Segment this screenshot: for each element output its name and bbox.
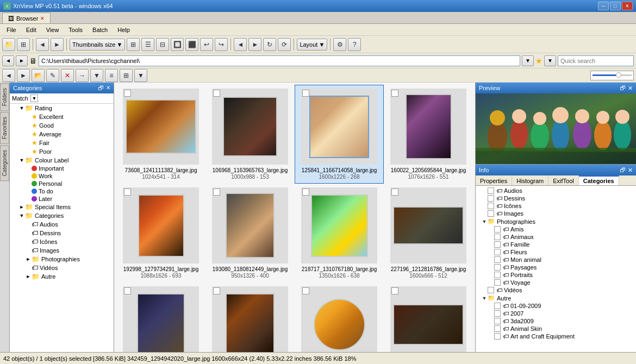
minimize-button[interactable]: ─	[598, 2, 609, 10]
cat-01-09-2009-checkbox[interactable]	[494, 303, 501, 309]
panel-close-button[interactable]: ✕	[106, 85, 110, 91]
thumb-checkbox-10[interactable]	[213, 287, 220, 294]
cat-photographies-toggle[interactable]: ▼	[481, 219, 488, 224]
cat-photographies[interactable]: ▼ 📁 Photographies	[477, 217, 635, 225]
colour-toggle[interactable]: ▼	[18, 158, 25, 163]
cat-voyage-checkbox[interactable]	[494, 279, 501, 286]
thumb-checkbox-11[interactable]	[302, 287, 309, 294]
tb2-sort[interactable]: ≡	[105, 69, 118, 82]
menu-batch[interactable]: Batch	[88, 26, 112, 34]
layout-dropdown[interactable]: Layout ▼	[297, 39, 327, 51]
folder-button[interactable]: 📁	[2, 38, 15, 51]
tree-icones[interactable]: 🏷 Icônes	[10, 237, 114, 246]
thumb-cell-12[interactable]	[384, 283, 473, 352]
tree-good[interactable]: ★ Good	[10, 121, 114, 130]
thumb-checkbox-8[interactable]	[391, 189, 398, 196]
thumb-checkbox-3[interactable]	[302, 90, 309, 97]
zoom-slider-area[interactable]	[590, 71, 634, 80]
tab-properties[interactable]: Properties	[476, 175, 512, 185]
tree-important[interactable]: Important	[10, 165, 114, 172]
tree-poor[interactable]: ★ Poor	[10, 147, 114, 156]
search-input[interactable]	[558, 55, 634, 66]
thumb-cell-8[interactable]: 227196_1212816786_large.jpg 1600x666 - 5…	[384, 184, 473, 283]
addr-nav-button[interactable]: ▼	[544, 55, 556, 66]
tab-histogram[interactable]: Histogram	[512, 175, 548, 185]
thumb-cell-3[interactable]: 125841_1166714058_large.jpg 1600x1226 - …	[295, 85, 384, 184]
view-btn-5[interactable]: ⬛	[185, 38, 198, 51]
tb2-edit[interactable]: ✎	[46, 69, 59, 82]
thumb-cell-9[interactable]	[116, 283, 205, 352]
thumb-checkbox-1[interactable]	[124, 90, 131, 97]
categories-folder-toggle[interactable]: ▼	[18, 213, 25, 218]
menu-view[interactable]: View	[42, 26, 64, 34]
match-dropdown[interactable]: ▼	[30, 95, 38, 102]
tree-excellent[interactable]: ★ Excellent	[10, 112, 114, 121]
zoom-handle[interactable]	[616, 72, 621, 78]
cat-01-09-2009[interactable]: 🏷 01-09-2009	[477, 302, 635, 310]
thumbnails-size-dropdown[interactable]: Thumbnails size ▼	[70, 39, 125, 51]
sidebar-tab-favorites[interactable]: Favorites	[0, 112, 9, 144]
cat-famille-checkbox[interactable]	[494, 241, 501, 248]
thumb-checkbox-5[interactable]	[124, 189, 131, 196]
tab-categories[interactable]: Categories	[579, 175, 619, 185]
tree-fair[interactable]: ★ Fair	[10, 139, 114, 147]
tb2-grid[interactable]: ⊞	[120, 69, 133, 82]
preview-close-icon[interactable]: ✕	[628, 85, 633, 92]
thumb-checkbox-6[interactable]	[213, 189, 220, 196]
cat-autre-toggle[interactable]: ▼	[481, 296, 488, 301]
tree-average[interactable]: ★ Average	[10, 130, 114, 139]
tree-categories-folder[interactable]: ▼ 📁 Categories	[10, 211, 114, 220]
tb2-filter[interactable]: ▼	[90, 69, 103, 82]
tb2-options[interactable]: ▼	[134, 69, 147, 82]
cat-audios-checkbox[interactable]	[488, 187, 494, 194]
photo-toggle[interactable]: ►	[25, 256, 32, 262]
tree-later[interactable]: Later	[10, 195, 114, 203]
cat-famille[interactable]: 🏷 Famille	[477, 241, 635, 248]
sidebar-tab-categories[interactable]: Categories	[0, 145, 9, 181]
cat-animaux-checkbox[interactable]	[494, 234, 501, 240]
back-button[interactable]: ◄	[36, 38, 49, 51]
tree-videos[interactable]: 🏷 Vidéos	[10, 263, 114, 272]
address-input[interactable]	[39, 55, 520, 66]
tree-todo[interactable]: To do	[10, 187, 114, 195]
tb2-back[interactable]: ◄	[2, 69, 15, 82]
preview-restore-icon[interactable]: 🗗	[620, 85, 626, 92]
thumb-cell-6[interactable]: 193080_1180812449_large.jpg 950x1326 - 4…	[205, 184, 295, 283]
cat-mon-animal[interactable]: 🏷 Mon animal	[477, 256, 635, 263]
cat-art-craft-checkbox[interactable]	[494, 333, 501, 340]
nav-back-button[interactable]: ◄	[234, 38, 247, 51]
close-button[interactable]: ✕	[622, 2, 633, 10]
tree-colour-label-group[interactable]: ▼ 📁 Colour Label	[10, 156, 114, 165]
menu-tools[interactable]: Tools	[64, 26, 87, 34]
view-btn-3[interactable]: ⊟	[156, 38, 169, 51]
tb2-folder-up[interactable]: 📂	[32, 69, 45, 82]
sidebar-tab-folders[interactable]: Folders	[0, 83, 9, 111]
menu-file[interactable]: File	[2, 26, 21, 34]
menu-help[interactable]: Help	[113, 26, 134, 34]
cat-3da2009-checkbox[interactable]	[494, 318, 501, 324]
cat-2007[interactable]: 🏷 2007	[477, 310, 635, 317]
cat-amis-checkbox[interactable]	[494, 226, 501, 233]
thumb-cell-11[interactable]	[295, 283, 384, 352]
special-toggle[interactable]: ►	[18, 204, 25, 210]
cat-mon-animal-checkbox[interactable]	[494, 256, 501, 263]
addr-dropdown-button[interactable]: ▼	[522, 55, 534, 66]
info-restore-icon[interactable]: 🗗	[620, 167, 626, 174]
view-btn-1[interactable]: ⊞	[127, 38, 140, 51]
rotate-right-button[interactable]: ↪	[215, 38, 228, 51]
cat-3da2009[interactable]: 🏷 3da2009	[477, 317, 635, 325]
thumb-cell-10[interactable]	[205, 283, 295, 352]
thumb-checkbox-9[interactable]	[124, 287, 131, 294]
thumb-cell-4[interactable]: 160022_1205695844_large.jpg 1076x1626 - …	[384, 85, 473, 184]
cat-dessins[interactable]: 🏷 Dessins	[477, 194, 635, 202]
tb2-move[interactable]: →	[76, 69, 89, 82]
tree-dessins[interactable]: 🏷 Dessins	[10, 229, 114, 237]
cat-images-checkbox[interactable]	[488, 210, 494, 217]
reload-button[interactable]: ⟳	[278, 38, 291, 51]
cat-amis[interactable]: 🏷 Amis	[477, 225, 635, 233]
cat-videos[interactable]: 🏷 Vidéos	[477, 286, 635, 294]
cat-autre[interactable]: ▼ 📁 Autre	[477, 294, 635, 302]
thumb-checkbox-7[interactable]	[302, 189, 309, 196]
settings-button[interactable]: ⚙	[333, 38, 346, 51]
cat-paysages[interactable]: 🏷 Paysages	[477, 263, 635, 271]
